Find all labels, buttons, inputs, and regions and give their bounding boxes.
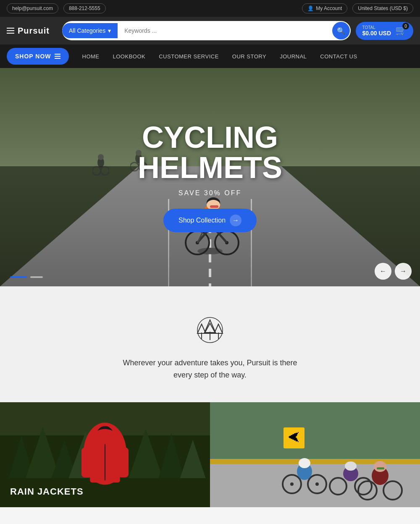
feature-section: Wherever your adventure takes you, Pursu… (0, 286, 420, 402)
account-link[interactable]: 👤 My Account (302, 3, 347, 13)
menu-lines-icon (55, 54, 60, 59)
svg-rect-47 (81, 447, 92, 477)
main-nav: SHOP NOW HOME LOOKBOOK CUSTOMER SERVICE … (0, 45, 420, 68)
hero-content: CYCLING HELMETS SAVE 30% OFF Shop Collec… (0, 68, 420, 286)
hero-subtitle: SAVE 30% OFF (178, 189, 242, 197)
svg-point-59 (299, 458, 310, 468)
cart-icon-wrap: 🛒 0 (395, 25, 407, 36)
svg-point-55 (290, 482, 294, 486)
search-bar: Pursuit All Categories ▾ 🔍 TOTAL $0.00 U… (0, 17, 420, 45)
product-card-rain-jackets[interactable]: RAIN JACKETS (0, 402, 210, 507)
feature-text-line1: Wherever your adventure takes you, Pursu… (123, 359, 297, 367)
feature-text: Wherever your adventure takes you, Pursu… (123, 357, 297, 381)
nav-item-journal[interactable]: JOURNAL (273, 45, 313, 68)
email-link[interactable]: help@pursuit.com (7, 3, 58, 13)
cart-total-text: TOTAL $0.00 USD (362, 25, 391, 37)
email-text: help@pursuit.com (12, 5, 53, 11)
hero-cta-button[interactable]: Shop Collection → (163, 209, 257, 232)
hero-cta-label: Shop Collection (178, 217, 226, 224)
svg-rect-50 (210, 461, 420, 507)
shop-now-button[interactable]: SHOP NOW (7, 48, 69, 65)
nav-links: HOME LOOKBOOK CUSTOMER SERVICE OUR STORY… (76, 45, 364, 68)
svg-rect-68 (377, 467, 384, 469)
hero-title: CYCLING HELMETS (138, 122, 282, 183)
hero-section: CYCLING HELMETS SAVE 30% OFF Shop Collec… (0, 68, 420, 286)
arrow-icon: → (230, 215, 242, 226)
region-text: United States (USD $) (358, 5, 408, 11)
account-text: My Account (316, 5, 342, 11)
category-dropdown[interactable]: All Categories ▾ (62, 23, 118, 38)
cycling-bg: ⮜ (210, 402, 420, 507)
phone-text: 888-212-5555 (69, 5, 100, 11)
nav-link-contact-us[interactable]: CONTACT US (313, 45, 364, 68)
indicator-2[interactable] (30, 276, 43, 278)
hero-indicators (10, 276, 43, 278)
nav-link-home[interactable]: HOME (76, 45, 106, 68)
nav-link-lookbook[interactable]: LOOKBOOK (106, 45, 152, 68)
shop-now-label: SHOP NOW (15, 53, 51, 60)
cart-area[interactable]: TOTAL $0.00 USD 🛒 0 (356, 22, 413, 40)
feature-icon (193, 312, 227, 347)
prev-slide-button[interactable]: ← (375, 263, 391, 280)
region-selector[interactable]: United States (USD $) (352, 3, 413, 13)
search-container: All Categories ▾ 🔍 (62, 21, 351, 40)
search-button[interactable]: 🔍 (332, 22, 350, 39)
indicator-1[interactable] (10, 276, 27, 278)
product-cards: RAIN JACKETS ⮜ (0, 402, 420, 507)
brand-name: Pursuit (18, 26, 50, 36)
hero-title-line1: CYCLING (142, 121, 278, 154)
svg-text:⮜: ⮜ (288, 431, 300, 445)
menu-icon (7, 28, 14, 34)
rain-jackets-label: RAIN JACKETS (10, 486, 84, 497)
top-bar: help@pursuit.com 888-212-5555 👤 My Accou… (0, 0, 420, 17)
svg-point-63 (345, 461, 357, 471)
nav-item-lookbook[interactable]: LOOKBOOK (106, 45, 152, 68)
search-icon: 🔍 (337, 27, 345, 35)
phone-link[interactable]: 888-212-5555 (63, 3, 106, 13)
svg-point-67 (374, 461, 386, 472)
hero-title-line2: HELMETS (138, 151, 282, 184)
cart-badge: 0 (402, 23, 409, 29)
search-input[interactable] (118, 23, 331, 38)
next-slide-button[interactable]: → (395, 263, 412, 280)
feature-text-line2: every step of the way. (173, 371, 247, 379)
nav-link-journal[interactable]: JOURNAL (273, 45, 313, 68)
svg-rect-51 (210, 459, 420, 464)
top-bar-left: help@pursuit.com 888-212-5555 (7, 3, 106, 13)
nav-item-customer-service[interactable]: CUSTOMER SERVICE (152, 45, 226, 68)
svg-point-57 (315, 482, 319, 486)
hero-arrows: ← → (375, 263, 412, 280)
nav-link-customer-service[interactable]: CUSTOMER SERVICE (152, 45, 226, 68)
category-label: All Categories (69, 27, 105, 34)
nav-item-contact-us[interactable]: CONTACT US (313, 45, 364, 68)
nav-item-our-story[interactable]: OUR STORY (226, 45, 273, 68)
chevron-down-icon: ▾ (108, 27, 111, 34)
nav-link-our-story[interactable]: OUR STORY (226, 45, 273, 68)
svg-rect-48 (118, 447, 129, 477)
account-icon: 👤 (307, 5, 314, 11)
brand-logo[interactable]: Pursuit (7, 26, 57, 36)
nav-item-home[interactable]: HOME (76, 45, 106, 68)
top-bar-right: 👤 My Account United States (USD $) (302, 3, 413, 13)
product-card-cycling[interactable]: ⮜ (210, 402, 420, 507)
